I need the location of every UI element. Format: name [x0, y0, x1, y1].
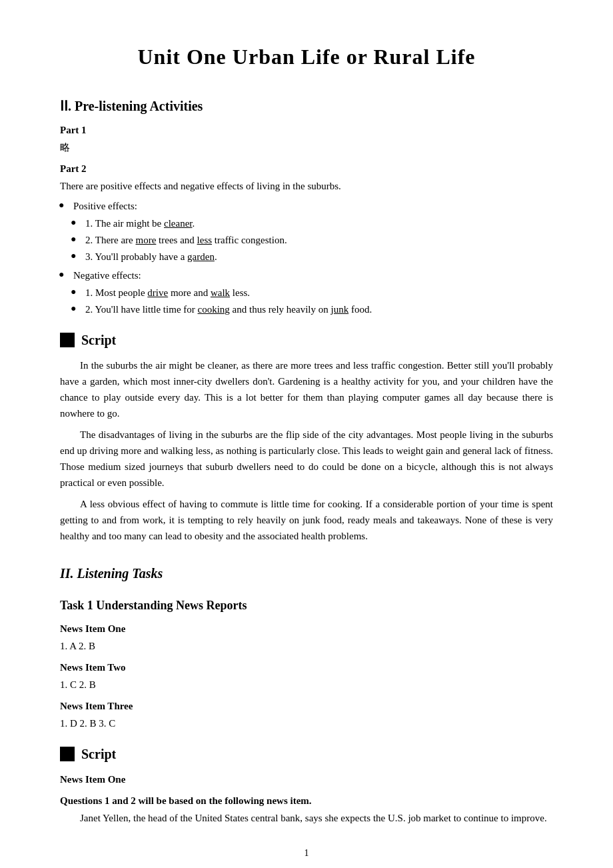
section-i-heading: ⅠⅠ. Pre-listening Activities: [60, 95, 553, 117]
part2-label: Part 2: [60, 161, 553, 177]
negative-item-1: 1. Most people drive more and walk less.: [85, 285, 553, 301]
positive-item-3: 3. You'll probably have a garden.: [85, 249, 553, 265]
positive-sub-list: 1. The air might be cleaner. 2. There ar…: [85, 215, 553, 265]
script-para-1: In the suburbs the air might be cleaner,…: [60, 357, 553, 421]
news-item-three-label: News Item Three: [60, 698, 553, 714]
script-para-3: A less obvious effect of having to commu…: [60, 496, 553, 544]
negative-sub-list: 1. Most people drive more and walk less.…: [85, 285, 553, 317]
news-item-three-answers: 1. D 2. B 3. C: [60, 715, 553, 731]
section-ii-heading: II. Listening Tasks: [60, 563, 553, 584]
script2-news-item-one-sublabel: Questions 1 and 2 will be based on the f…: [60, 793, 553, 809]
section-i: ⅠⅠ. Pre-listening Activities Part 1 略 Pa…: [60, 95, 553, 317]
news-item-one-answers: 1. A 2. B: [60, 638, 553, 654]
section-ii: II. Listening Tasks Task 1 Understanding…: [60, 563, 553, 731]
page-title: Unit One Urban Life or Rural Life: [60, 40, 553, 74]
news-item-one-label: News Item One: [60, 621, 553, 637]
part1-label: Part 1: [60, 122, 553, 138]
negative-item-2: 2. You'll have little time for cooking a…: [85, 301, 553, 317]
part1-content: 略: [60, 139, 553, 155]
positive-label: Positive effects:: [73, 201, 137, 211]
script-2-section: Script News Item One Questions 1 and 2 w…: [60, 743, 553, 826]
part2-intro: There are positive effects and negative …: [60, 178, 553, 194]
script-1-heading: Script: [60, 329, 553, 351]
script-1-label: Script: [81, 329, 116, 351]
script-2-label: Script: [81, 743, 116, 765]
negative-effects-item: Negative effects: 1. Most people drive m…: [73, 267, 553, 317]
script-square-icon: [60, 333, 75, 347]
positive-effects-item: Positive effects: 1. The air might be cl…: [73, 198, 553, 265]
script-1-section: Script In the suburbs the air might be c…: [60, 329, 553, 544]
script-2-body: News Item One Questions 1 and 2 will be …: [60, 771, 553, 826]
positive-item-2: 2. There are more trees and less traffic…: [85, 232, 553, 248]
script2-news-item-one-label: News Item One: [60, 771, 553, 787]
page-number: 1: [60, 846, 553, 861]
script-para-2: The disadvantages of living in the subur…: [60, 427, 553, 491]
script2-news-item-one-text: Janet Yellen, the head of the United Sta…: [60, 810, 553, 826]
positive-item-1: 1. The air might be cleaner.: [85, 215, 553, 231]
script-2-heading: Script: [60, 743, 553, 765]
news-item-two-label: News Item Two: [60, 659, 553, 675]
script-2-square-icon: [60, 747, 75, 761]
negative-label: Negative effects:: [73, 270, 141, 281]
task1-heading: Task 1 Understanding News Reports: [60, 596, 553, 615]
news-item-two-answers: 1. C 2. B: [60, 677, 553, 693]
script-1-body: In the suburbs the air might be cleaner,…: [60, 357, 553, 544]
effects-list: Positive effects: 1. The air might be cl…: [73, 198, 553, 317]
